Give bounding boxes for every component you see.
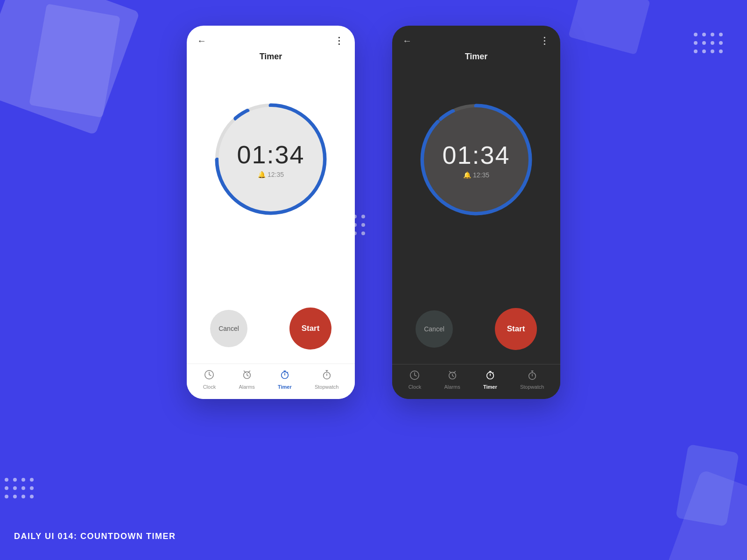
dark-title-row: Timer (392, 50, 560, 66)
light-timer-display: 01:34 (237, 140, 304, 169)
light-start-button[interactable]: Start (289, 308, 331, 350)
light-timer-area: 01:34 🔔 12:35 (187, 66, 355, 257)
light-nav-stopwatch[interactable]: Stopwatch (315, 370, 338, 390)
dark-nav-stopwatch-label: Stopwatch (520, 384, 544, 390)
clock-icon-dark (409, 370, 420, 382)
dark-bottom-nav: Clock Alarms (392, 364, 560, 399)
light-nav-alarms-label: Alarms (239, 384, 254, 390)
alarm-icon-light (242, 370, 252, 382)
dark-start-button[interactable]: Start (495, 308, 537, 350)
dark-phone-header: ← ⋮ (392, 26, 560, 50)
light-nav-stopwatch-label: Stopwatch (315, 384, 338, 390)
light-phone-header: ← ⋮ (187, 26, 355, 50)
dark-nav-timer[interactable]: Timer (483, 370, 497, 390)
timer-icon-dark (485, 370, 495, 382)
light-bottom-nav: Clock Alarms (187, 364, 355, 399)
light-alarm-display: 🔔 12:35 (258, 171, 284, 178)
light-nav-clock[interactable]: Clock (203, 370, 216, 390)
dark-nav-alarms-label: Alarms (444, 384, 460, 390)
light-nav-clock-label: Clock (203, 384, 216, 390)
dark-more-button[interactable]: ⋮ (540, 35, 550, 46)
dark-buttons-row: Cancel Start (392, 303, 560, 364)
dots-topright (694, 33, 724, 54)
light-circle-container: 01:34 🔔 12:35 (210, 98, 331, 220)
dark-nav-clock[interactable]: Clock (409, 370, 422, 390)
light-phone: ← ⋮ Timer 01:34 🔔 12:35 (187, 26, 355, 399)
dark-nav-clock-label: Clock (409, 384, 422, 390)
dark-phone-title: Timer (465, 52, 488, 61)
alarm-icon-dark (447, 370, 458, 382)
page-label: Daily UI 014: Countdown Timer (14, 532, 176, 541)
stopwatch-icon-light (322, 370, 332, 382)
light-title-row: Timer (187, 50, 355, 66)
light-buttons-row: Cancel Start (187, 303, 355, 364)
light-nav-alarms[interactable]: Alarms (239, 370, 254, 390)
dots-bottomleft (5, 478, 35, 499)
light-more-button[interactable]: ⋮ (334, 35, 345, 46)
light-nav-timer-label: Timer (278, 384, 292, 390)
light-cancel-button[interactable]: Cancel (210, 310, 247, 347)
dark-nav-alarms[interactable]: Alarms (444, 370, 460, 390)
stopwatch-icon-dark (527, 370, 537, 382)
dark-back-button[interactable]: ← (402, 35, 412, 46)
dark-cancel-button[interactable]: Cancel (416, 310, 453, 348)
bell-icon-light: 🔔 (258, 171, 266, 178)
timer-icon-light (280, 370, 290, 382)
light-phone-title: Timer (260, 52, 282, 61)
dark-alarm-display: 🔔 12:35 (463, 171, 489, 179)
dark-nav-timer-label: Timer (483, 384, 497, 390)
light-nav-timer[interactable]: Timer (278, 370, 292, 390)
deco-shape-topright (568, 0, 650, 55)
dark-timer-area: 01:34 🔔 12:35 (392, 66, 560, 257)
dark-nav-stopwatch[interactable]: Stopwatch (520, 370, 544, 390)
dark-circle-container: 01:34 🔔 12:35 (416, 99, 537, 220)
clock-icon-light (204, 370, 214, 382)
light-back-button[interactable]: ← (197, 35, 206, 46)
bell-icon-dark: 🔔 (463, 171, 471, 179)
light-inner-circle: 01:34 🔔 12:35 (218, 107, 323, 211)
dark-inner-circle: 01:34 🔔 12:35 (424, 107, 529, 212)
dark-phone: ← ⋮ Timer 01:34 🔔 12:35 (392, 26, 560, 399)
phones-wrapper: ← ⋮ Timer 01:34 🔔 12:35 (187, 26, 560, 399)
dark-timer-display: 01:34 (442, 140, 510, 169)
